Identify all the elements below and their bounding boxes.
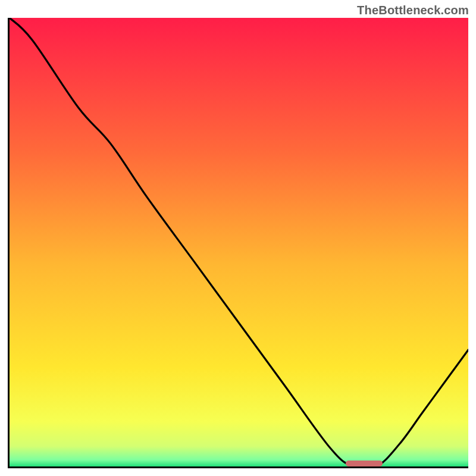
bottleneck-curve [10,18,468,466]
watermark-text: TheBottleneck.com [357,4,469,17]
optimal-range-marker [346,461,383,466]
plot-area [8,18,468,468]
chart-container: TheBottleneck.com [0,0,476,476]
